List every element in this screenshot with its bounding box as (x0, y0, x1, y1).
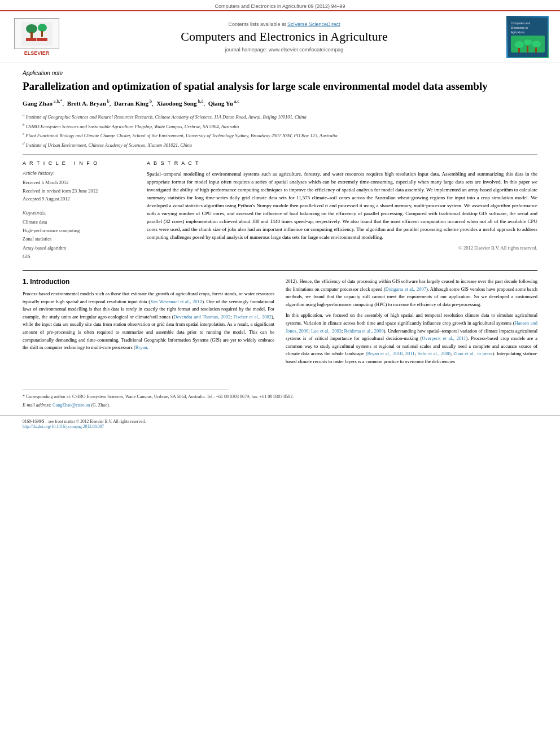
keyword-3: Zonal statistics (23, 235, 135, 243)
journal-title-section: Contents lists available at SciVerse Sci… (62, 21, 506, 52)
svg-text:Computers and: Computers and (511, 21, 530, 25)
bottom-bar-info: 0168-1699/$ – see front matter © 2012 El… (23, 419, 146, 429)
intro-section-title: 1. Introduction (23, 278, 274, 286)
keywords-list: Climate data High-performance computing … (23, 218, 135, 261)
elsevier-logo-image (14, 18, 59, 49)
svg-rect-4 (41, 31, 43, 37)
footnote-divider (23, 390, 229, 390)
intro-para-right-2: In this application, we focused on the a… (286, 312, 537, 365)
footnote-content: * Corresponding author at: CSIRO Ecosyst… (23, 394, 537, 410)
svg-point-12 (515, 41, 524, 48)
accepted-date: Accepted 9 August 2012 (23, 195, 135, 203)
keyword-4: Array-based algorithm (23, 244, 135, 252)
cite-zhao-press[interactable]: Zhao et al., in press (453, 351, 492, 356)
introduction-section: 1. Introduction Process-based environmen… (23, 278, 537, 369)
author-xiaodong-song: Xiaodong Song b,d, (156, 100, 208, 107)
svg-point-14 (532, 41, 541, 47)
doi-text: http://dx.doi.org/10.1016/j.compag.2012.… (23, 424, 146, 429)
footnotes-section: * Corresponding author at: CSIRO Ecosyst… (0, 390, 560, 410)
journal-main-title: Computers and Electronics in Agriculture (68, 29, 501, 44)
keyword-2: High-performance computing (23, 226, 135, 235)
keyword-5: GIS (23, 252, 135, 261)
abstract-text: Spatial–temporal modelling of environmen… (147, 171, 537, 241)
intro-section-heading: Introduction (30, 278, 69, 286)
article-type: Application note (23, 70, 537, 76)
journal-header: ELSEVIER Contents lists available at Sci… (0, 10, 560, 63)
intro-para-right-1: 2012). Hence, the efficiency of data pro… (286, 278, 537, 308)
header-divider (23, 154, 537, 155)
abstract-paragraph: Spatial–temporal modelling of environmen… (147, 171, 537, 241)
intro-para-1: Process-based environmental models such … (23, 290, 274, 352)
cite-dongarra[interactable]: Dongarra et al., 2007 (386, 286, 426, 292)
cite-devendra[interactable]: Devendra and Thomas, 2002 (174, 314, 231, 320)
journal-homepage: journal homepage: www.elsevier.com/locat… (68, 47, 501, 53)
cite-reidsma[interactable]: Reidsma et al., 2009 (344, 328, 384, 334)
author-brett-bryan: Brett A. Bryan b, (67, 100, 114, 107)
journal-thumbnail: Computers and Electronics in Agriculture (506, 16, 549, 58)
cite-luo[interactable]: Luo et al., 2003 (311, 328, 342, 334)
contents-available-text: Contents lists available at (228, 21, 287, 27)
keywords-label: Keywords: (23, 210, 135, 216)
footnote-email: E-mail address: GangZhao@csiro.au (G. Zh… (23, 402, 537, 409)
revised-date: Received in revised form 23 June 2012 (23, 187, 135, 195)
main-content: Application note Parallelization and opt… (0, 63, 560, 381)
svg-point-3 (38, 24, 47, 32)
received-date: Received 6 March 2012 (23, 178, 135, 186)
doi-link[interactable]: http://dx.doi.org/10.1016/j.compag.2012.… (23, 424, 104, 429)
sciverse-link[interactable]: SciVerse ScienceDirect (287, 21, 340, 27)
article-title: Parallelization and optimization of spat… (23, 80, 537, 93)
bottom-bar: 0168-1699/$ – see front matter © 2012 El… (0, 415, 560, 431)
abstract-column: A B S T R A C T Spatial–temporal modelli… (147, 160, 537, 261)
copyright-text: © 2012 Elsevier B.V. All rights reserved… (147, 245, 537, 251)
svg-text:Agriculture: Agriculture (511, 30, 524, 34)
affiliations: a Institute of Geographic Sciences and N… (23, 112, 537, 148)
cite-fischer[interactable]: Fischer et al., 2002 (234, 314, 272, 320)
cite-overpeck[interactable]: Overpeck et al., 2011 (422, 335, 466, 341)
authors-line: Gang Zhao a,b,*, Brett A. Bryan b, Darra… (23, 99, 537, 109)
svg-rect-16 (527, 46, 528, 53)
svg-point-13 (524, 40, 532, 45)
affiliation-a: a Institute of Geographic Sciences and N… (23, 112, 537, 121)
keywords-section: Keywords: Climate data High-performance … (23, 210, 135, 261)
affiliation-c: c Plant Functional Biology and Climate C… (23, 131, 537, 139)
page: Computers and Electronics in Agriculture… (0, 0, 560, 747)
homepage-text: journal homepage: www.elsevier.com/locat… (225, 47, 344, 53)
intro-left-text: Process-based environmental models such … (23, 290, 274, 352)
article-dates: Received 6 March 2012 Received in revise… (23, 178, 135, 203)
body-divider (23, 270, 537, 271)
affiliation-b: b CSIRO Ecosystem Sciences and Sustainab… (23, 122, 537, 130)
elsevier-tree-svg (21, 22, 53, 46)
email-link[interactable]: GangZhao@csiro.au (53, 403, 90, 408)
svg-rect-17 (535, 47, 537, 53)
issn-text: 0168-1699/$ – see front matter © 2012 El… (23, 419, 146, 424)
svg-rect-0 (21, 22, 53, 46)
journal-thumb-image: Computers and Electronics in Agriculture (506, 16, 549, 58)
affiliation-d: d Institute of Urban Environment, Chines… (23, 141, 537, 149)
elsevier-brand-text: ELSEVIER (24, 50, 50, 56)
info-abstract-section: A R T I C L E I N F O Article history: R… (23, 160, 537, 261)
cite-safir[interactable]: Safir et al., 2008 (418, 351, 450, 356)
intro-right-column: 2012). Hence, the efficiency of data pro… (286, 278, 537, 369)
cite-bryan-2010[interactable]: Bryan et al., 2010, 2011 (367, 351, 414, 356)
cite-bryan[interactable]: Bryan, (135, 344, 148, 350)
footnote-star-text: * Corresponding author at: CSIRO Ecosyst… (23, 394, 537, 401)
intro-right-text: 2012). Hence, the efficiency of data pro… (286, 278, 537, 366)
author-darran-king: Darran King b, (114, 100, 156, 107)
author-qiang-yu: Qiang Yu a,c (208, 100, 239, 107)
author-gang-zhao: Gang Zhao a,b,*, (23, 100, 67, 107)
svg-rect-15 (518, 48, 520, 53)
cite-van-wesemael[interactable]: Van Wesemael et al., 2010 (150, 299, 202, 304)
journal-cover-svg: Computers and Electronics in Agriculture (508, 18, 548, 57)
intro-left-column: 1. Introduction Process-based environmen… (23, 278, 274, 369)
svg-text:Electronics in: Electronics in (511, 26, 528, 29)
intro-section-number: 1. (23, 278, 30, 286)
article-history-label: Article history: (23, 171, 135, 176)
article-info-column: A R T I C L E I N F O Article history: R… (23, 160, 135, 261)
keyword-1: Climate data (23, 218, 135, 226)
abstract-header: A B S T R A C T (147, 160, 537, 166)
journal-citation-bar: Computers and Electronics in Agriculture… (0, 0, 560, 10)
article-info-header: A R T I C L E I N F O (23, 160, 135, 166)
elsevier-logo: ELSEVIER (11, 18, 62, 56)
journal-citation: Computers and Electronics in Agriculture… (215, 3, 345, 9)
svg-point-1 (26, 24, 37, 33)
